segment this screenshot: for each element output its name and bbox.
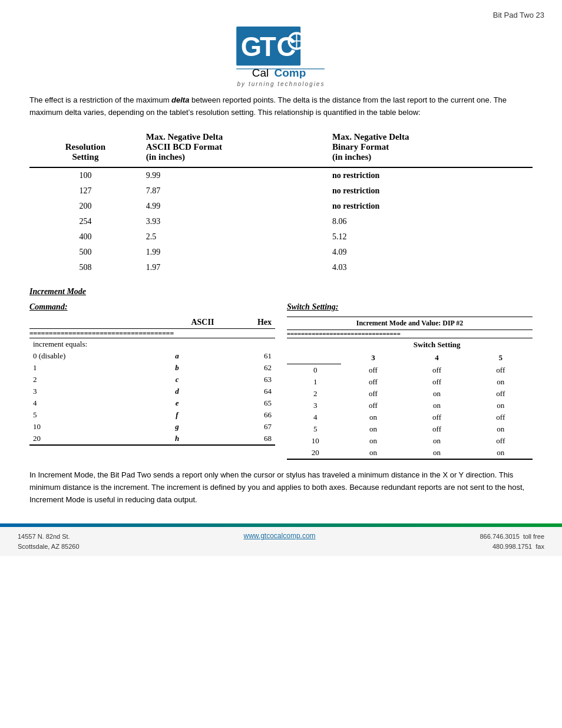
cmd-hex: 61 bbox=[217, 350, 275, 362]
switch-column: Switch Setting: Increment Mode and Value… bbox=[287, 302, 533, 460]
command-row: 3d64 bbox=[29, 386, 275, 397]
cmd-hex: 62 bbox=[217, 362, 275, 374]
resolution-row: 1277.87no restriction bbox=[29, 183, 533, 199]
cmd-col-hex: Hex bbox=[217, 317, 275, 329]
resolution-value: 200 bbox=[29, 199, 141, 214]
cmd-ascii: c bbox=[137, 374, 218, 386]
command-label: Command: bbox=[29, 302, 275, 312]
cmd-ascii: e bbox=[137, 397, 218, 409]
footer-phone: 866.746.3015 bbox=[480, 533, 520, 540]
footer-fax-row: 480.998.1751 fax bbox=[480, 542, 545, 552]
command-separator: ===================================== bbox=[29, 328, 275, 338]
binary-value: no restriction bbox=[328, 199, 533, 214]
resolution-value: 100 bbox=[29, 167, 141, 183]
resolution-row: 5081.974.03 bbox=[29, 260, 533, 275]
switch-header-row1: Switch Setting bbox=[287, 338, 533, 351]
cmd-label: 10 bbox=[29, 421, 137, 433]
cmd-col-label bbox=[29, 317, 137, 329]
cmd-hex: 68 bbox=[217, 433, 275, 445]
page-number: Bit Pad Two 23 bbox=[493, 11, 544, 19]
increment-mode-title: Increment Mode bbox=[29, 287, 533, 297]
command-row: 20h68 bbox=[29, 433, 275, 445]
resolution-value: 508 bbox=[29, 260, 141, 275]
switch-data-row: 3offonon bbox=[287, 400, 533, 411]
command-row: 2c63 bbox=[29, 374, 275, 386]
footer-address: 14557 N. 82nd St. Scottsdale, AZ 85260 bbox=[18, 532, 80, 551]
cmd-ascii: b bbox=[137, 362, 218, 374]
cmd-ascii: h bbox=[137, 433, 218, 445]
ascii-bcd-value: 1.99 bbox=[141, 245, 328, 260]
cmd-label: 1 bbox=[29, 362, 137, 374]
cmd-ascii: g bbox=[137, 421, 218, 433]
footer: 14557 N. 82nd St. Scottsdale, AZ 85260 w… bbox=[0, 527, 562, 556]
cmd-label: 20 bbox=[29, 433, 137, 445]
cmd-col-ascii: ASCII bbox=[137, 317, 218, 329]
footer-fax: 480.998.1751 bbox=[492, 543, 532, 550]
intro-bold-word: delta bbox=[171, 95, 189, 104]
switch-data-row: 2offonoff bbox=[287, 388, 533, 400]
binary-value: no restriction bbox=[328, 167, 533, 183]
cmd-label: 2 bbox=[29, 374, 137, 386]
resolution-value: 127 bbox=[29, 183, 141, 199]
cmd-hex: 66 bbox=[217, 409, 275, 421]
binary-value: 8.06 bbox=[328, 214, 533, 229]
ascii-bcd-value: 3.93 bbox=[141, 214, 328, 229]
footer-website[interactable]: www.gtcocalcomp.com bbox=[244, 532, 316, 540]
svg-text:G: G bbox=[241, 32, 262, 62]
switch-table: Increment Mode and Value: DIP #2========… bbox=[287, 317, 533, 460]
command-table: ASCII Hex ==============================… bbox=[29, 317, 275, 446]
command-row: 10g67 bbox=[29, 421, 275, 433]
ascii-bcd-value: 2.5 bbox=[141, 229, 328, 245]
main-content: The effect is a restriction of the maxim… bbox=[0, 94, 562, 506]
footer-contact: 866.746.3015 toll free 480.998.1751 fax bbox=[480, 532, 545, 551]
binary-value: 4.03 bbox=[328, 260, 533, 275]
logo-area: G T C Cal Comp by TURNING technologies bbox=[0, 25, 562, 87]
resolution-table: ResolutionSetting Max. Negative DeltaASC… bbox=[29, 130, 533, 275]
ascii-bcd-value: 7.87 bbox=[141, 183, 328, 199]
switch-separator: ================================ bbox=[287, 330, 533, 338]
switch-label: Switch Setting: bbox=[287, 302, 533, 312]
switch-data-row: 5onoffon bbox=[287, 423, 533, 435]
footer-phone-label: toll free bbox=[523, 533, 544, 540]
switch-data-row: 10ononoff bbox=[287, 435, 533, 447]
switch-data-row: 20ononon bbox=[287, 447, 533, 459]
ascii-bcd-value: 9.99 bbox=[141, 167, 328, 183]
intro-text-before: The effect is a restriction of the maxim… bbox=[29, 95, 171, 104]
bottom-paragraph: In Increment Mode, the Bit Pad Two sends… bbox=[29, 469, 533, 506]
footer-address-line2: Scottsdale, AZ 85260 bbox=[18, 542, 80, 552]
logo-tagline: by TURNING technologies bbox=[237, 81, 325, 87]
binary-value: 5.12 bbox=[328, 229, 533, 245]
resolution-row: 4002.55.12 bbox=[29, 229, 533, 245]
ascii-bcd-value: 1.97 bbox=[141, 260, 328, 275]
svg-text:T: T bbox=[260, 32, 276, 62]
resolution-value: 500 bbox=[29, 245, 141, 260]
command-sublabel-row: increment equals: bbox=[29, 338, 275, 350]
switch-data-row: 0offoffoff bbox=[287, 364, 533, 377]
svg-text:Comp: Comp bbox=[275, 67, 306, 78]
cmd-hex: 64 bbox=[217, 386, 275, 397]
switch-header-row2: 345 bbox=[287, 351, 533, 364]
command-table-header: ASCII Hex bbox=[29, 317, 275, 329]
switch-data-row: 4onoffoff bbox=[287, 411, 533, 423]
ascii-bcd-value: 4.99 bbox=[141, 199, 328, 214]
command-row: 5f66 bbox=[29, 409, 275, 421]
cmd-label: 0 (disable) bbox=[29, 350, 137, 362]
command-row: 1b62 bbox=[29, 362, 275, 374]
resolution-row: 1009.99no restriction bbox=[29, 167, 533, 183]
command-row: 4e65 bbox=[29, 397, 275, 409]
resolution-row: 2543.938.06 bbox=[29, 214, 533, 229]
cmd-ascii: d bbox=[137, 386, 218, 397]
binary-value: no restriction bbox=[328, 183, 533, 199]
page-header: Bit Pad Two 23 bbox=[0, 0, 562, 19]
switch-data-row: 1offoffon bbox=[287, 376, 533, 388]
cmd-hex: 65 bbox=[217, 397, 275, 409]
footer-address-line1: 14557 N. 82nd St. bbox=[18, 532, 80, 542]
resolution-row: 5001.994.09 bbox=[29, 245, 533, 260]
command-column: Command: ASCII Hex =====================… bbox=[29, 302, 275, 460]
resolution-row: 2004.99no restriction bbox=[29, 199, 533, 214]
binary-value: 4.09 bbox=[328, 245, 533, 260]
cmd-label: 4 bbox=[29, 397, 137, 409]
col-header-binary: Max. Negative DeltaBinary Format(in inch… bbox=[328, 130, 533, 167]
resolution-value: 254 bbox=[29, 214, 141, 229]
company-logo: G T C Cal Comp bbox=[222, 25, 340, 78]
